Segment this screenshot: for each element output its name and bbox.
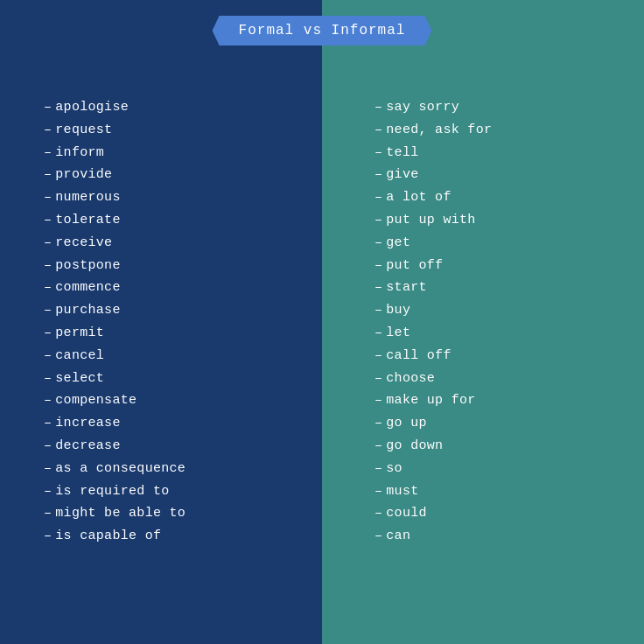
informal-word: can xyxy=(386,528,410,543)
left-word-item: –increase xyxy=(44,412,296,435)
formal-word: is required to xyxy=(55,484,169,499)
dash-icon: – xyxy=(44,167,52,182)
left-word-item: –permit xyxy=(44,322,296,345)
left-word-item: –receive xyxy=(44,232,296,255)
left-word-item: –decrease xyxy=(44,435,296,458)
formal-word: purchase xyxy=(55,303,120,318)
dash-icon: – xyxy=(44,393,52,408)
dash-icon: – xyxy=(44,100,52,115)
dash-icon: – xyxy=(44,303,52,318)
dash-icon: – xyxy=(374,438,382,453)
informal-word: choose xyxy=(386,371,435,386)
right-word-item: –a lot of xyxy=(374,186,618,209)
dash-icon: – xyxy=(44,371,52,386)
informal-word: say sorry xyxy=(386,100,459,115)
informal-word: buy xyxy=(386,303,410,318)
formal-word: as a consequence xyxy=(55,461,186,476)
dash-icon: – xyxy=(374,122,382,137)
dash-icon: – xyxy=(374,280,382,295)
right-word-item: –can xyxy=(374,525,618,548)
right-word-item: –get xyxy=(374,232,618,255)
dash-icon: – xyxy=(44,484,52,499)
formal-word: apologise xyxy=(55,100,129,115)
dash-icon: – xyxy=(44,258,52,273)
informal-word: a lot of xyxy=(386,190,451,205)
formal-word: inform xyxy=(55,145,104,160)
left-word-item: –provide xyxy=(44,164,296,186)
informal-word: need, ask for xyxy=(386,122,492,137)
formal-word: compensate xyxy=(55,393,136,408)
dash-icon: – xyxy=(374,506,382,521)
formal-word: postpone xyxy=(55,258,120,273)
formal-word: cancel xyxy=(55,348,104,363)
dash-icon: – xyxy=(44,280,52,295)
dash-icon: – xyxy=(374,235,382,250)
main-container: –apologise–request–inform–provide–numero… xyxy=(0,0,644,644)
formal-word: is capable of xyxy=(55,528,161,543)
dash-icon: – xyxy=(44,235,52,250)
dash-icon: – xyxy=(374,393,382,408)
left-word-item: –numerous xyxy=(44,186,296,209)
right-word-item: –go up xyxy=(374,412,618,435)
left-word-item: –cancel xyxy=(44,345,296,368)
left-word-item: –commence xyxy=(44,276,296,299)
dash-icon: – xyxy=(44,506,52,521)
formal-word: provide xyxy=(55,167,112,182)
dash-icon: – xyxy=(44,122,52,137)
left-word-item: –as a consequence xyxy=(44,458,296,480)
left-word-item: –might be able to xyxy=(44,502,296,525)
informal-word: go up xyxy=(386,416,427,430)
dash-icon: – xyxy=(374,348,382,363)
dash-icon: – xyxy=(374,371,382,386)
dash-icon: – xyxy=(374,484,382,499)
dash-icon: – xyxy=(374,326,382,340)
right-word-item: –tell xyxy=(374,142,618,164)
right-word-item: –let xyxy=(374,322,618,345)
right-word-item: –must xyxy=(374,480,618,503)
informal-word: make up for xyxy=(386,393,475,408)
informal-word: could xyxy=(386,506,427,521)
dash-icon: – xyxy=(374,303,382,318)
left-word-item: –inform xyxy=(44,142,296,164)
right-word-item: –go down xyxy=(374,435,618,458)
informal-word: put off xyxy=(386,258,443,273)
formal-word: numerous xyxy=(55,190,120,205)
right-word-item: –put off xyxy=(374,255,618,277)
left-word-item: –tolerate xyxy=(44,209,296,232)
informal-word: start xyxy=(386,280,427,295)
left-word-item: –postpone xyxy=(44,255,296,277)
left-panel: –apologise–request–inform–provide–numero… xyxy=(0,0,322,644)
dash-icon: – xyxy=(374,145,382,160)
formal-word: request xyxy=(55,122,112,137)
title-banner: Formal vs Informal xyxy=(213,16,432,46)
dash-icon: – xyxy=(44,528,52,543)
right-word-item: –say sorry xyxy=(374,96,618,119)
left-word-item: –is required to xyxy=(44,480,296,503)
right-word-item: –give xyxy=(374,164,618,186)
informal-word: put up with xyxy=(386,213,475,228)
informal-word: go down xyxy=(386,438,443,453)
dash-icon: – xyxy=(44,326,52,340)
informal-word: so xyxy=(386,461,402,476)
left-word-item: –request xyxy=(44,119,296,142)
dash-icon: – xyxy=(374,213,382,228)
left-word-item: –select xyxy=(44,368,296,390)
formal-word: might be able to xyxy=(55,506,186,521)
dash-icon: – xyxy=(44,461,52,476)
formal-word: receive xyxy=(55,235,112,250)
right-word-item: –put up with xyxy=(374,209,618,232)
dash-icon: – xyxy=(374,167,382,182)
formal-word: increase xyxy=(55,416,120,430)
informal-word: give xyxy=(386,167,418,182)
right-word-item: –so xyxy=(374,458,618,480)
informal-word: get xyxy=(386,235,410,250)
dash-icon: – xyxy=(374,461,382,476)
dash-icon: – xyxy=(44,190,52,205)
right-panel: –say sorry–need, ask for–tell–give–a lot… xyxy=(322,0,644,644)
right-word-item: –start xyxy=(374,276,618,299)
right-word-item: –buy xyxy=(374,299,618,322)
right-word-item: –call off xyxy=(374,345,618,368)
informal-word: must xyxy=(386,484,418,499)
dash-icon: – xyxy=(44,145,52,160)
informal-word: call off xyxy=(386,348,451,363)
